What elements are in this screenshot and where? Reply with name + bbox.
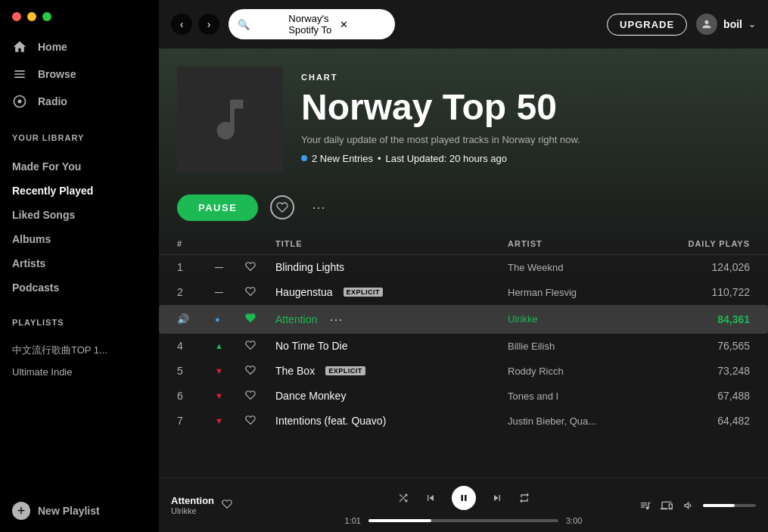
back-button[interactable]: ‹ — [171, 14, 192, 35]
col-plays: DAILY PLAYS — [659, 239, 750, 248]
track-heart-icon[interactable] — [245, 390, 275, 403]
search-clear-button[interactable]: ✕ — [340, 19, 386, 30]
repeat-button[interactable] — [518, 492, 530, 504]
pause-button[interactable]: PAUSE — [177, 194, 258, 221]
more-options-icon[interactable]: ⋯ — [329, 311, 343, 328]
upgrade-button[interactable]: UPGRADE — [607, 14, 687, 36]
search-text: Norway's Spotify To — [288, 13, 334, 36]
browse-icon — [12, 67, 27, 82]
track-row-active[interactable]: 🔊 ● Attention ⋯ Ulrikke 84,361 — [159, 305, 768, 334]
now-playing-title: Attention — [171, 495, 214, 506]
search-icon: 🔍 — [238, 19, 284, 30]
track-row[interactable]: 4 ▲ No Time To Die Billie Eilish 76,565 — [159, 334, 768, 359]
track-plays: 124,026 — [659, 261, 750, 273]
playlist-item-chinese-top[interactable]: 中文流行歌曲TOP 1... — [0, 339, 159, 362]
track-artist: Herman Flesvig — [508, 287, 659, 298]
devices-button[interactable] — [661, 499, 673, 512]
track-heart-icon[interactable] — [245, 340, 275, 353]
track-number: 4 — [177, 340, 215, 352]
sidebar-item-liked-songs[interactable]: Liked Songs — [0, 203, 159, 227]
volume-fill — [703, 504, 735, 507]
sidebar-item-browse[interactable]: Browse — [0, 61, 159, 88]
nav-arrows: ‹ › — [171, 14, 219, 35]
track-heart-icon[interactable] — [245, 415, 275, 428]
track-number: 7 — [177, 415, 215, 427]
new-playlist-button[interactable]: + New Playlist — [0, 490, 159, 532]
sidebar-item-recently-played[interactable]: Recently Played — [0, 179, 159, 203]
sidebar-item-radio[interactable]: Radio — [0, 88, 159, 115]
track-name: Dance Monkey — [275, 390, 346, 402]
maximize-button[interactable] — [42, 12, 51, 21]
volume-button[interactable] — [682, 499, 694, 512]
track-row[interactable]: 1 — Blinding Lights The Weeknd 124,026 — [159, 255, 768, 280]
col-num: # — [177, 239, 215, 248]
sidebar-item-home[interactable]: Home — [0, 33, 159, 61]
track-change: ▼ — [215, 391, 245, 400]
track-number: 6 — [177, 390, 215, 402]
close-button[interactable] — [12, 12, 21, 21]
track-name: The Box — [275, 365, 315, 377]
sidebar-item-artists[interactable]: Artists — [0, 251, 159, 275]
track-row[interactable]: 5 ▼ The Box EXPLICIT Roddy Ricch 73,248 — [159, 359, 768, 384]
window-controls — [0, 0, 159, 27]
minimize-button[interactable] — [27, 12, 36, 21]
track-title-cell: Blinding Lights — [275, 261, 508, 273]
track-heart-icon[interactable] — [245, 313, 275, 325]
explicit-badge: EXPLICIT — [344, 288, 384, 297]
control-buttons — [397, 486, 530, 510]
now-playing-heart-button[interactable] — [222, 499, 232, 512]
sidebar-item-made-for-you[interactable]: Made For You — [0, 154, 159, 179]
chart-header: CHART Norway Top 50 Your daily update of… — [159, 48, 768, 188]
chart-image — [177, 67, 283, 173]
user-menu[interactable]: boil ⌄ — [696, 14, 756, 35]
track-name: Attention — [275, 313, 317, 325]
next-button[interactable] — [491, 492, 503, 504]
track-heart-icon[interactable] — [245, 286, 275, 299]
previous-button[interactable] — [424, 492, 437, 504]
track-title-cell: No Time To Die — [275, 340, 508, 352]
now-playing-info: Attention Ulrikke — [171, 495, 322, 515]
explicit-badge: EXPLICIT — [325, 366, 365, 375]
track-name: Intentions (feat. Quavo) — [275, 415, 386, 427]
search-bar[interactable]: 🔍 Norway's Spotify To ✕ — [229, 9, 395, 39]
new-entries-badge: 2 New Entries • Last Updated: 20 hours a… — [301, 153, 750, 164]
chart-type-label: CHART — [301, 73, 750, 82]
chart-description: Your daily update of the most played tra… — [301, 134, 750, 145]
track-row[interactable]: 6 ▼ Dance Monkey Tones and I 67,488 — [159, 384, 768, 409]
progress-bar[interactable] — [368, 519, 558, 522]
home-icon — [12, 39, 27, 54]
playlist-item-ultimate-indie[interactable]: Ultimate Indie — [0, 362, 159, 382]
track-heart-icon[interactable] — [245, 261, 275, 274]
new-playlist-label: New Playlist — [38, 505, 100, 517]
volume-bar[interactable] — [703, 504, 756, 507]
forward-button[interactable]: › — [198, 14, 219, 35]
track-heart-icon[interactable] — [245, 365, 275, 378]
more-options-button[interactable]: ⋯ — [306, 195, 331, 219]
track-name: No Time To Die — [275, 340, 347, 352]
track-artist: Tones and I — [508, 390, 659, 402]
track-plays: 84,361 — [659, 313, 750, 325]
track-row[interactable]: 2 — Haugenstua EXPLICIT Herman Flesvig 1… — [159, 280, 768, 305]
track-artist: Roddy Ricch — [508, 366, 659, 377]
track-number: 2 — [177, 286, 215, 298]
like-button[interactable] — [270, 195, 294, 219]
playlists-section-title: PLAYLISTS — [0, 306, 159, 333]
app-layout: Home Browse Radio YOUR LIBRARY Made For … — [0, 0, 768, 532]
track-title-cell: Dance Monkey — [275, 390, 508, 402]
track-title-cell: The Box EXPLICIT — [275, 365, 508, 377]
sidebar-item-albums[interactable]: Albums — [0, 227, 159, 251]
sidebar-item-podcasts[interactable]: Podcasts — [0, 275, 159, 300]
shuffle-button[interactable] — [397, 492, 409, 504]
track-number: 1 — [177, 261, 215, 273]
chart-info: CHART Norway Top 50 Your daily update of… — [301, 67, 750, 176]
library-section-title: YOUR LIBRARY — [0, 121, 159, 148]
chart-actions: PAUSE ⋯ — [159, 188, 768, 233]
play-pause-button[interactable] — [452, 486, 476, 510]
now-playing-artist: Ulrikke — [171, 506, 214, 515]
sidebar-item-home-label: Home — [38, 41, 67, 53]
track-row[interactable]: 7 ▼ Intentions (feat. Quavo) Justin Bieb… — [159, 409, 768, 434]
player-controls: 1:01 3:00 — [334, 486, 592, 525]
separator: • — [378, 153, 381, 164]
track-number: 🔊 — [177, 313, 215, 325]
queue-button[interactable] — [639, 499, 651, 512]
